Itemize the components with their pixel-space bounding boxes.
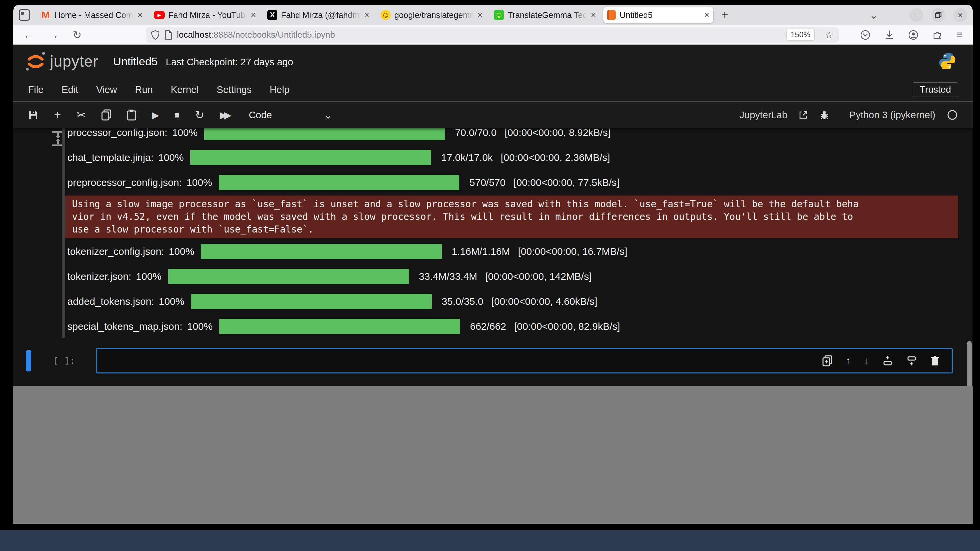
forward-icon[interactable]: → [48,30,59,40]
jupyter-logo[interactable] [25,50,47,72]
python-logo [938,52,957,71]
menu-hamburger-icon[interactable]: ≡ [956,28,963,41]
chevron-down-icon[interactable]: ⌄ [324,109,332,121]
insert-cell-below-icon[interactable] [906,356,917,366]
restart-kernel-icon[interactable]: ↻ [195,108,205,122]
paste-cells-icon[interactable] [127,109,137,121]
close-icon[interactable]: × [137,11,143,20]
save-icon[interactable] [28,110,39,120]
tab-massed-compute[interactable]: M Home - Massed Compute × [37,7,147,23]
last-checkpoint-label: Last Checkpoint: 27 days ago [165,57,293,68]
external-link-icon[interactable] [799,110,808,120]
huggingface-favicon: ☺ [381,10,391,20]
menu-kernel[interactable]: Kernel [171,84,199,95]
browser-window: M Home - Massed Compute × ▶ Fahd Mirza -… [13,5,973,524]
progress-bar [201,244,442,259]
menu-run[interactable]: Run [135,84,153,95]
jupyter-header: jupyter Untitled5 Last Checkpoint: 27 da… [13,44,973,78]
window-close-button[interactable]: × [953,8,967,22]
tab-title: Home - Massed Compute [54,10,134,20]
browser-tab-bar: M Home - Massed Compute × ▶ Fahd Mirza -… [13,5,973,25]
close-icon[interactable]: × [364,11,369,20]
interrupt-kernel-icon[interactable]: ■ [174,110,180,120]
tab-title: Fahd Mirza - YouTube [168,10,247,20]
tab-title: Untitled5 [620,10,700,20]
browser-nav-bar: ← → ↻ localhost:8888/notebooks/Untitled5… [13,25,973,44]
tab-x-profile[interactable]: X Fahd Mirza (@fahdmirza) × [263,7,373,23]
cell-selection-bar[interactable] [26,350,31,372]
firefox-view-icon[interactable] [19,10,30,21]
url-text: localhost:8888/notebooks/Untitled5.ipynb [177,30,782,40]
extensions-puzzle-icon[interactable] [932,30,943,40]
menu-settings[interactable]: Settings [217,84,252,95]
debugger-bug-icon[interactable] [819,110,829,120]
cell-editor[interactable]: ↑ ↓ [96,348,953,373]
move-cell-up-icon[interactable]: ↑ [846,355,851,367]
list-all-tabs-icon[interactable]: ⌄ [870,10,878,21]
kernel-status-icon [947,109,958,121]
trusted-badge[interactable]: Trusted [913,82,958,97]
reload-icon[interactable]: ↻ [73,30,82,40]
progress-row: tokenizer.json:100% 33.4M/33.4M[00:00<00… [67,264,958,289]
stderr-warning: Using a slow image processor as `use_fas… [65,195,958,238]
tab-huggingface-model[interactable]: ☺ google/translategemma × [377,7,487,23]
close-icon[interactable]: × [591,11,596,20]
move-cell-down-icon[interactable]: ↓ [864,355,869,367]
progress-bar [204,128,445,140]
page-info-icon[interactable] [164,30,172,40]
url-field[interactable]: localhost:8888/notebooks/Untitled5.ipynb… [146,27,839,43]
tab-translategemma[interactable]: ☺ TranslateGemma Technic × [490,7,600,23]
zoom-level-badge[interactable]: 150% [786,29,815,41]
add-cell-icon[interactable]: + [54,108,61,122]
cell-outputs: processor_config.json:100% 70.0/70.0[00:… [67,128,958,374]
tab-youtube[interactable]: ▶ Fahd Mirza - YouTube × [150,7,260,23]
tab-title: Fahd Mirza (@fahdmirza) [281,10,360,20]
delete-cell-icon[interactable] [930,356,940,366]
progress-row: special_tokens_map.json:100% 662/662[00:… [67,314,958,339]
new-tab-button[interactable]: + [717,8,733,22]
run-cell-icon[interactable]: ▶ [152,110,159,121]
progress-bar [190,150,431,165]
progress-bar [219,175,459,190]
output-collapser[interactable] [62,128,65,338]
open-jupyterlab-link[interactable]: JupyterLab [740,110,788,121]
bookmark-star-icon[interactable]: ☆ [825,29,834,41]
menu-help[interactable]: Help [270,84,290,95]
tab-title: google/translategemma [395,10,474,20]
window-minimize-button[interactable]: − [909,8,923,22]
close-icon[interactable]: × [251,11,256,20]
translategemma-favicon: ☺ [494,10,504,20]
window-maximize-button[interactable] [931,8,945,22]
menu-edit[interactable]: Edit [62,84,78,95]
x-favicon: X [267,10,277,20]
back-icon[interactable]: ← [23,30,34,40]
progress-row: tokenizer_config.json:100% 1.16M/1.16M[0… [67,239,958,264]
jupyter-wordmark: jupyter [50,52,98,70]
progress-row: added_tokens.json:100% 35.0/35.0[00:00<0… [67,289,958,314]
tab-untitled5-active[interactable]: Untitled5 × [603,7,713,23]
menu-file[interactable]: File [28,84,44,95]
cut-cells-icon[interactable]: ✂ [76,108,86,122]
shield-icon[interactable] [151,30,160,40]
notebook-toolbar: + ✂ ▶ ■ ↻ ▶▶ Code ⌄ JupyterLab Python 3 … [13,102,973,128]
jupyter-notebook-favicon [607,10,616,20]
tab-title: TranslateGemma Technic [508,10,587,20]
close-icon[interactable]: × [704,11,710,20]
kernel-name[interactable]: Python 3 (ipykernel) [850,110,935,121]
notebook-title[interactable]: Untitled5 [113,55,158,68]
progress-row: chat_template.jinja:100% 17.0k/17.0k[00:… [67,145,958,170]
scrollbar-thumb[interactable] [967,341,972,386]
copy-cells-icon[interactable] [101,109,111,121]
duplicate-cell-icon[interactable] [822,355,832,367]
menu-view[interactable]: View [96,84,117,95]
account-icon[interactable] [908,30,919,40]
pocket-icon[interactable] [860,30,871,40]
restart-run-all-icon[interactable]: ▶▶ [220,109,229,121]
progress-bar [191,294,432,309]
page-background-below-notebook [13,386,973,524]
insert-cell-above-icon[interactable] [882,356,893,366]
close-icon[interactable]: × [477,11,483,20]
progress-row: preprocessor_config.json:100% 570/570[00… [67,170,958,195]
downloads-icon[interactable] [884,30,895,40]
cell-type-select[interactable]: Code [249,110,272,121]
